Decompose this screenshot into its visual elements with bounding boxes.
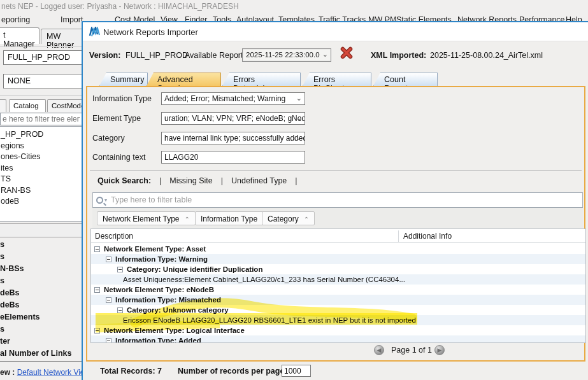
- collapse-icon[interactable]: [117, 267, 123, 272]
- quick-search-undefined-type[interactable]: Undefined Type: [231, 176, 287, 185]
- available-reports-select[interactable]: 2025-11-25 22:33:00.0 ⌄: [242, 48, 331, 62]
- table-row[interactable]: Information Type: Warning: [91, 254, 585, 264]
- table-filter-placeholder: Type here to filter table: [111, 195, 192, 204]
- table-filter-input[interactable]: ▾ Type here to filter table: [92, 192, 583, 208]
- table-row[interactable]: Asset Uniqueness:Element Cabinet_LLAGG20…: [91, 274, 585, 285]
- column-button-network-element-type[interactable]: Network Element Type⌃: [97, 211, 196, 225]
- table-row[interactable]: Information Type: Added: [91, 335, 585, 343]
- tree-item-bts[interactable]: TS: [0, 174, 82, 185]
- advanced-search-panel: Information Type Added; Error; Mismatche…: [86, 86, 585, 362]
- tree-item-ran-bs[interactable]: RAN-BS: [0, 185, 82, 197]
- subtab-stub[interactable]: [0, 99, 6, 112]
- quick-search-bar: Quick Search: | Missing Site | Undefined…: [97, 176, 298, 185]
- row-text: Network Element Type: eNodeB: [104, 286, 214, 293]
- search-icon: [96, 197, 103, 204]
- column-header-description[interactable]: Description: [95, 232, 133, 241]
- delete-report-icon[interactable]: [340, 46, 353, 59]
- separator: |: [295, 176, 297, 185]
- dialog-title-bar[interactable]: Network Reports Importer: [83, 22, 588, 41]
- records-per-page-input[interactable]: [282, 365, 311, 377]
- splitter-bar[interactable]: [0, 223, 82, 237]
- tab-errors-datamining[interactable]: Errors Datamining: [222, 73, 301, 86]
- tab-manager[interactable]: t Manager: [0, 27, 39, 44]
- column-divider[interactable]: [398, 230, 399, 242]
- footer-separator: [0, 361, 82, 362]
- collapse-icon[interactable]: [117, 307, 123, 313]
- stat-row: N-BSs: [0, 264, 24, 273]
- column-header-additional-info[interactable]: Additional Info: [403, 232, 452, 241]
- information-type-value: Added; Error; Mismatched; Warning: [164, 94, 285, 103]
- tree-item-regions[interactable]: egions: [0, 141, 82, 152]
- xml-imported-label: XML Imported:: [371, 51, 426, 60]
- element-type-select[interactable]: uration; VLAN; VPN; VRF; eNodeB; gNodeB …: [161, 112, 305, 125]
- stat-row: al Number of Links: [0, 349, 72, 358]
- search-options-chevron-icon[interactable]: ▾: [104, 197, 107, 203]
- toolbar-separator-2: [0, 95, 82, 96]
- network-reports-importer-dialog: Network Reports Importer Version: FULL_H…: [82, 21, 588, 380]
- stat-row: deBs: [0, 288, 20, 297]
- tab-count-report[interactable]: Count Report: [373, 73, 438, 86]
- table-row-highlighted[interactable]: Ericsson ENodeB LLAGG20_LLAGG20 RBS6601_…: [91, 315, 585, 325]
- row-text: Information Type: Warning: [115, 255, 208, 263]
- prev-page-icon[interactable]: ◀: [374, 345, 384, 355]
- row-text: Information Type: Added: [115, 337, 201, 343]
- separator: |: [221, 176, 223, 185]
- row-text: Network Element Type: Logical Interface: [104, 327, 245, 334]
- collapse-icon[interactable]: [106, 297, 111, 303]
- default-network-view-link[interactable]: Default Network View: [17, 368, 90, 377]
- collapse-icon[interactable]: [106, 338, 111, 343]
- category-label: Category: [92, 134, 125, 143]
- stat-row: s: [0, 325, 4, 334]
- column-button-category[interactable]: Category⌃: [262, 211, 315, 225]
- tree-item-sites[interactable]: ites: [0, 163, 82, 174]
- total-records-label: Total Records: 7: [100, 367, 162, 376]
- row-text: Asset Uniqueness:Element Cabinet_LLAGG20…: [123, 276, 405, 283]
- category-select[interactable]: have internal link type; successfully ad…: [161, 132, 305, 144]
- element-tree: _HP_PROD egions ones-Cities ites TS RAN-…: [0, 126, 82, 222]
- subtab-catalog[interactable]: Catalog: [9, 99, 46, 112]
- information-type-label: Information Type: [92, 94, 152, 103]
- next-page-icon[interactable]: ▶: [434, 345, 445, 355]
- menu-item-import[interactable]: Import: [61, 15, 83, 24]
- chevron-up-icon: ⌃: [185, 216, 190, 223]
- quick-search-missing-site[interactable]: Missing Site: [169, 176, 212, 185]
- overlay-combo-value: NONE: [8, 76, 31, 85]
- subtab-costmodel[interactable]: CostModel: [47, 99, 87, 112]
- records-per-page-label: Number of records per page: [178, 367, 284, 376]
- containing-text-input[interactable]: [161, 151, 305, 164]
- stat-row: s: [0, 252, 4, 261]
- table-row[interactable]: Category: Unique identifier Duplication: [91, 264, 585, 274]
- row-text: Ericsson ENodeB LLAGG20_LLAGG20 RBS6601_…: [123, 316, 416, 324]
- tree-filter-input[interactable]: [0, 113, 82, 125]
- row-text: Category: Unique identifier Duplication: [127, 265, 262, 273]
- collapse-icon[interactable]: [106, 257, 111, 262]
- footer-label: ew :: [0, 368, 15, 377]
- screen: nets NEP - Logged user: Priyasha - Netwo…: [0, 0, 588, 380]
- chevron-down-icon: ⌄: [322, 50, 328, 59]
- column-button-label: Network Element Type: [103, 215, 180, 223]
- chevron-down-icon: ⌄: [296, 94, 302, 102]
- collapse-icon[interactable]: [94, 246, 100, 252]
- table-row[interactable]: Network Element Type: Logical Interface: [91, 325, 585, 335]
- page-indicator: Page 1 of 1: [391, 346, 432, 355]
- chevron-down-icon: ⌄: [296, 114, 302, 122]
- dialog-tab-bar: Summary Advanced Search Errors Dataminin…: [83, 73, 588, 86]
- information-type-select[interactable]: Added; Error; Mismatched; Warning ⌄: [161, 92, 305, 105]
- table-row[interactable]: Information Type: Mismatched: [91, 295, 585, 305]
- chevron-up-icon: ⌃: [304, 216, 309, 223]
- stat-row: eElements: [0, 313, 40, 321]
- table-row[interactable]: Category: Unknown category: [91, 305, 585, 315]
- table-row[interactable]: Network Element Type: eNodeB: [91, 285, 585, 295]
- tab-advanced-search[interactable]: Advanced Search: [147, 73, 221, 86]
- tree-item-zones-cities[interactable]: ones-Cities: [0, 151, 82, 163]
- tab-errors-piechart[interactable]: Errors PieChart: [303, 73, 371, 86]
- category-value: have internal link type; successfully ad…: [164, 134, 305, 143]
- table-row[interactable]: Network Element Type: Asset: [91, 244, 585, 254]
- collapse-icon[interactable]: [94, 328, 100, 334]
- collapse-icon[interactable]: [94, 287, 100, 293]
- menu-item-reporting[interactable]: eporting: [1, 15, 30, 24]
- tree-item-root[interactable]: _HP_PROD: [0, 129, 82, 141]
- tree-item-nodeb[interactable]: odeB: [0, 196, 82, 208]
- tab-summary[interactable]: Summary: [99, 73, 148, 86]
- quick-search-label: Quick Search:: [97, 176, 151, 185]
